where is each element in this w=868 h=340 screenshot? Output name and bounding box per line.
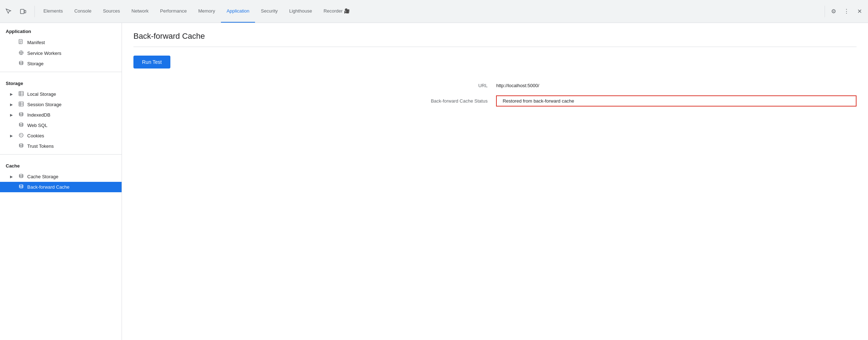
- sidebar-item-trust-tokens[interactable]: Trust Tokens: [0, 141, 122, 151]
- tab-performance[interactable]: Performance: [154, 0, 192, 23]
- svg-rect-13: [19, 91, 23, 96]
- sidebar-item-web-sql[interactable]: Web SQL: [0, 120, 122, 131]
- sidebar-icon-service-workers: [18, 50, 24, 56]
- svg-rect-0: [20, 9, 24, 14]
- tab-security[interactable]: Security: [255, 0, 283, 23]
- sidebar-item-indexeddb[interactable]: ▶IndexedDB: [0, 110, 122, 120]
- sidebar-section-application: Application: [0, 23, 122, 37]
- content-divider: [133, 47, 857, 47]
- url-label: URL: [155, 83, 487, 88]
- sidebar-icon-manifest: [18, 39, 24, 46]
- tab-console[interactable]: Console: [69, 0, 97, 23]
- settings-icon[interactable]: ⚙: [828, 6, 839, 17]
- svg-point-21: [19, 113, 23, 114]
- cache-status-value: Restored from back-forward cache: [496, 95, 857, 107]
- tab-list: ElementsConsoleSourcesNetworkPerformance…: [38, 0, 822, 23]
- expand-arrow-icon: ▶: [10, 134, 15, 138]
- sidebar-label-local-storage: Local Storage: [27, 91, 56, 97]
- toolbar-icon-group: [3, 6, 35, 17]
- more-options-icon[interactable]: ⋮: [841, 6, 852, 17]
- sidebar-icon-trust-tokens: [18, 143, 24, 149]
- close-icon[interactable]: ✕: [854, 6, 865, 17]
- svg-point-22: [19, 123, 23, 124]
- sidebar-label-cache-storage: Cache Storage: [27, 174, 58, 179]
- sidebar-section-cache: Cache: [0, 157, 122, 171]
- tab-recorder[interactable]: Recorder 🎥: [318, 0, 355, 23]
- tab-network[interactable]: Network: [126, 0, 155, 23]
- sidebar-item-cookies[interactable]: ▶Cookies: [0, 131, 122, 141]
- svg-point-30: [19, 185, 23, 186]
- svg-rect-17: [19, 102, 23, 106]
- inspect-icon[interactable]: [3, 6, 14, 17]
- sidebar-icon-back-forward-cache: [18, 184, 24, 190]
- expand-arrow-icon: ▶: [10, 113, 15, 117]
- toolbar-right: ⚙ ⋮ ✕: [825, 6, 865, 17]
- sidebar-label-trust-tokens: Trust Tokens: [27, 143, 54, 149]
- sidebar-label-storage: Storage: [27, 61, 44, 66]
- sidebar-item-manifest[interactable]: Manifest: [0, 37, 122, 48]
- sidebar-label-web-sql: Web SQL: [27, 123, 47, 128]
- svg-point-28: [19, 144, 23, 145]
- sidebar-icon-storage: [18, 61, 24, 67]
- sidebar-divider-2: [0, 154, 122, 155]
- svg-point-29: [19, 174, 23, 176]
- sidebar-label-back-forward-cache: Back-forward Cache: [27, 184, 70, 190]
- expand-arrow-icon: ▶: [10, 175, 15, 179]
- sidebar: ApplicationManifestService WorkersStorag…: [0, 23, 122, 340]
- tab-elements[interactable]: Elements: [38, 0, 69, 23]
- tab-memory[interactable]: Memory: [193, 0, 221, 23]
- sidebar-icon-local-storage: [18, 91, 24, 97]
- info-grid: URL http://localhost:5000/ Back-forward …: [155, 83, 857, 107]
- sidebar-icon-session-storage: [18, 101, 24, 108]
- url-value: http://localhost:5000/: [496, 83, 857, 88]
- cache-status-label: Back-forward Cache Status: [155, 98, 487, 104]
- sidebar-item-cache-storage[interactable]: ▶Cache Storage: [0, 171, 122, 182]
- sidebar-label-manifest: Manifest: [27, 40, 45, 45]
- page-title: Back-forward Cache: [133, 32, 857, 41]
- sidebar-item-service-workers[interactable]: Service Workers: [0, 48, 122, 58]
- sidebar-item-back-forward-cache[interactable]: Back-forward Cache: [0, 182, 122, 192]
- sidebar-item-storage[interactable]: Storage: [0, 58, 122, 69]
- sidebar-icon-cookies: [18, 133, 24, 139]
- svg-point-12: [19, 61, 23, 63]
- sidebar-divider-1: [0, 72, 122, 72]
- svg-rect-1: [24, 10, 26, 13]
- svg-point-24: [20, 134, 21, 135]
- expand-arrow-icon: ▶: [10, 103, 15, 107]
- expand-arrow-icon: ▶: [10, 92, 15, 96]
- device-icon[interactable]: [17, 6, 29, 17]
- run-test-button[interactable]: Run Test: [133, 56, 170, 69]
- sidebar-item-session-storage[interactable]: ▶Session Storage: [0, 99, 122, 110]
- svg-point-26: [20, 136, 21, 136]
- sidebar-label-service-workers: Service Workers: [27, 51, 61, 56]
- svg-point-7: [20, 52, 22, 53]
- sidebar-item-local-storage[interactable]: ▶Local Storage: [0, 89, 122, 99]
- tab-application[interactable]: Application: [221, 0, 255, 23]
- sidebar-section-storage: Storage: [0, 75, 122, 89]
- svg-point-25: [22, 134, 22, 135]
- devtools-toolbar: ElementsConsoleSourcesNetworkPerformance…: [0, 0, 868, 23]
- tab-sources[interactable]: Sources: [97, 0, 126, 23]
- svg-point-23: [19, 133, 23, 137]
- tab-lighthouse[interactable]: Lighthouse: [283, 0, 318, 23]
- sidebar-icon-web-sql: [18, 122, 24, 128]
- sidebar-icon-indexeddb: [18, 112, 24, 118]
- sidebar-label-cookies: Cookies: [27, 133, 44, 138]
- devtools-body: ApplicationManifestService WorkersStorag…: [0, 23, 868, 340]
- main-content: Back-forward Cache Run Test URL http://l…: [122, 23, 868, 340]
- svg-point-27: [22, 135, 22, 136]
- sidebar-icon-cache-storage: [18, 174, 24, 180]
- sidebar-label-session-storage: Session Storage: [27, 102, 61, 107]
- sidebar-label-indexeddb: IndexedDB: [27, 112, 50, 118]
